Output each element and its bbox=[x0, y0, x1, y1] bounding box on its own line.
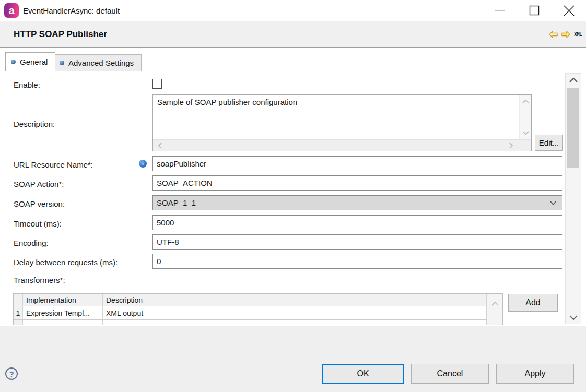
dialog-window: a EventHandlerAsync: default HTTP SOAP P… bbox=[0, 0, 586, 392]
scroll-down-icon[interactable] bbox=[522, 130, 530, 135]
add-button[interactable]: Add bbox=[508, 294, 558, 312]
scrollbar-thumb[interactable] bbox=[567, 88, 579, 168]
row-number-cell bbox=[14, 320, 23, 325]
footer-bar: ? OK Cancel Apply bbox=[0, 326, 586, 392]
delay-input[interactable] bbox=[152, 254, 562, 269]
soap-version-select[interactable]: SOAP_1_1 bbox=[152, 195, 562, 210]
table-header-row: Implementation Description bbox=[14, 294, 502, 306]
scroll-left-icon[interactable] bbox=[158, 142, 162, 149]
description-text: Sample of SOAP publisher configuration bbox=[153, 95, 519, 139]
page-title: HTTP SOAP Publisher bbox=[14, 21, 107, 48]
encoding-label: Encoding: bbox=[14, 239, 49, 247]
tab-advanced-settings[interactable]: Advanced Settings bbox=[54, 54, 142, 71]
chevron-down-icon bbox=[549, 200, 557, 206]
enable-checkbox[interactable] bbox=[152, 79, 162, 89]
minimize-icon bbox=[494, 5, 506, 16]
chevron-up-icon bbox=[569, 77, 578, 83]
description-cell: XML output bbox=[103, 306, 487, 320]
row-number-header bbox=[14, 294, 23, 306]
scrollbar-down-button[interactable] bbox=[566, 311, 581, 324]
xml-view-button[interactable]: XML bbox=[574, 32, 582, 37]
table-vertical-scrollbar[interactable] bbox=[487, 294, 502, 325]
delay-label: Delay between requests (ms): bbox=[14, 258, 118, 267]
timeout-label: Timeout (ms): bbox=[14, 219, 62, 228]
chevron-down-icon bbox=[569, 315, 578, 320]
tab-advanced-label: Advanced Settings bbox=[68, 58, 134, 67]
cancel-button[interactable]: Cancel bbox=[411, 364, 489, 384]
title-bar: a EventHandlerAsync: default bbox=[0, 0, 586, 21]
url-resource-name-input[interactable] bbox=[152, 156, 562, 171]
table-row-partial bbox=[14, 320, 502, 325]
general-tab-panel: General Advanced Settings Enable: Descri… bbox=[0, 48, 586, 326]
scroll-up-icon[interactable] bbox=[522, 99, 530, 104]
content-edge bbox=[4, 73, 4, 299]
window-controls bbox=[483, 0, 586, 21]
table-row[interactable]: 1 Expression Templ... XML output bbox=[14, 306, 502, 320]
minimize-button[interactable] bbox=[483, 0, 517, 21]
arrow-right-icon[interactable] bbox=[561, 31, 570, 38]
transformers-table[interactable]: Implementation Description 1 Expression … bbox=[13, 293, 503, 325]
maximize-icon bbox=[529, 5, 540, 16]
tab-dot-icon bbox=[11, 60, 16, 64]
info-icon[interactable]: i bbox=[139, 160, 147, 168]
form-header: HTTP SOAP Publisher XML bbox=[0, 21, 586, 48]
app-logo-icon: a bbox=[4, 3, 19, 18]
description-cell bbox=[103, 320, 487, 325]
close-icon bbox=[564, 5, 575, 16]
header-nav: XML bbox=[549, 21, 582, 48]
url-resource-name-label: URL Resource Name*: bbox=[14, 160, 93, 169]
tab-general[interactable]: General bbox=[5, 52, 55, 71]
ok-button[interactable]: OK bbox=[322, 364, 404, 384]
scroll-right-icon[interactable] bbox=[509, 142, 513, 149]
description-vertical-scrollbar[interactable] bbox=[519, 95, 531, 139]
enable-label: Enable: bbox=[14, 80, 40, 89]
transformers-label: Transformers*: bbox=[14, 276, 65, 284]
implementation-column-header[interactable]: Implementation bbox=[23, 294, 103, 306]
description-textarea[interactable]: Sample of SOAP publisher configuration bbox=[152, 94, 532, 151]
tab-dot-icon bbox=[60, 61, 64, 65]
timeout-input[interactable] bbox=[152, 215, 562, 230]
soap-version-value: SOAP_1_1 bbox=[157, 198, 196, 207]
soap-version-label: SOAP version: bbox=[14, 199, 65, 208]
scroll-up-icon[interactable] bbox=[491, 301, 499, 306]
maximize-button[interactable] bbox=[517, 0, 552, 21]
edit-button[interactable]: Edit... bbox=[535, 135, 563, 151]
arrow-left-icon[interactable] bbox=[549, 31, 558, 38]
help-icon[interactable]: ? bbox=[5, 367, 18, 380]
apply-button[interactable]: Apply bbox=[496, 364, 574, 384]
window-vertical-scrollbar[interactable] bbox=[565, 73, 581, 324]
implementation-cell: Expression Templ... bbox=[23, 306, 103, 320]
row-number-cell: 1 bbox=[14, 306, 23, 320]
soap-action-label: SOAP Action*: bbox=[14, 180, 64, 188]
soap-action-input[interactable] bbox=[152, 175, 562, 191]
tab-general-label: General bbox=[20, 57, 48, 66]
close-button[interactable] bbox=[552, 0, 586, 21]
description-column-header[interactable]: Description bbox=[103, 294, 487, 306]
description-horizontal-scrollbar[interactable] bbox=[153, 139, 531, 151]
implementation-cell bbox=[23, 320, 103, 325]
scrollbar-up-button[interactable] bbox=[566, 74, 581, 86]
window-title: EventHandlerAsync: default bbox=[23, 0, 120, 21]
encoding-input[interactable] bbox=[152, 234, 562, 250]
description-label: Description: bbox=[14, 120, 55, 128]
